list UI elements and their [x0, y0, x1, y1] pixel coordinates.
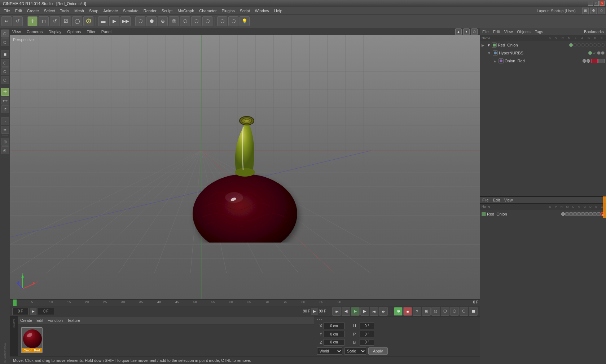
attr-sq-8[interactable] — [593, 212, 597, 216]
left-tb-scale[interactable]: ⟺ — [1, 97, 9, 105]
attr-sq-5[interactable] — [581, 212, 585, 216]
attr-sq-6[interactable] — [585, 212, 589, 216]
tl-motion-icon2[interactable]: ⬡ — [450, 307, 459, 316]
render-region[interactable]: ▬ — [98, 16, 108, 26]
vh-options[interactable]: Options — [67, 30, 81, 34]
left-tb-brush[interactable]: ◎ — [1, 146, 9, 154]
attr-sq-2[interactable] — [569, 212, 573, 216]
menu-mograph[interactable]: MoGraph — [175, 8, 196, 14]
left-tb-move[interactable]: ✛ — [1, 88, 9, 96]
obj-dot-visible-1[interactable] — [569, 43, 573, 47]
attr-file[interactable]: File — [482, 198, 489, 202]
menu-sculpt[interactable]: Sculpt — [159, 8, 175, 14]
camera-object[interactable]: ⬡ — [228, 16, 238, 26]
tl-help[interactable]: ? — [413, 307, 421, 316]
primitive-cube[interactable]: ⬡ — [135, 16, 145, 26]
left-tb-curve[interactable]: ~ — [1, 117, 9, 125]
obj-dot-2[interactable] — [573, 43, 577, 47]
left-tb-edge-mode[interactable]: ⬡ — [1, 59, 9, 67]
menu-animate[interactable]: Animate — [101, 8, 120, 14]
tl-prev-frame[interactable]: ◀ — [342, 307, 350, 316]
tl-motion-icon3[interactable]: ⬡ — [460, 307, 468, 316]
left-tb-grid[interactable]: ⊞ — [1, 138, 9, 146]
mat-edit[interactable]: Edit — [36, 318, 43, 323]
viewport-btn-1[interactable]: ▲ — [455, 28, 462, 35]
vh-cameras[interactable]: Cameras — [27, 30, 43, 34]
start-frame-input[interactable] — [38, 308, 54, 315]
undo-button[interactable]: ↩ — [1, 16, 12, 26]
p-rotation-input[interactable] — [360, 331, 374, 337]
obj-dot-5[interactable] — [585, 43, 589, 47]
vh-filter[interactable]: Filter — [87, 30, 95, 34]
material-swatch-onion-red[interactable]: Onion_Red — [21, 327, 43, 353]
layout-icon-3[interactable]: ☆ — [598, 8, 605, 14]
left-tb-btn-scene[interactable]: ⬡ — [1, 30, 9, 37]
light-object[interactable]: 💡 — [240, 16, 250, 26]
menu-edit[interactable]: Edit — [13, 8, 24, 14]
obj-edit[interactable]: Edit — [493, 30, 500, 34]
menu-character[interactable]: Character — [197, 8, 219, 14]
obj-file[interactable]: File — [482, 30, 489, 34]
end-frame-btn[interactable]: ▶ — [311, 308, 318, 315]
menu-tools[interactable]: Tools — [58, 8, 71, 14]
y-position-input[interactable] — [324, 331, 344, 337]
obj-row-hypernurbs[interactable]: ▼ HyperNURBS ✓ — [480, 49, 606, 57]
obj-row-onion-red[interactable]: ▲ Onion_Red — [480, 57, 606, 65]
scale-dropdown[interactable]: Scale Size — [344, 347, 366, 355]
obj-tag-2[interactable] — [598, 59, 605, 63]
obj-view[interactable]: View — [504, 30, 513, 34]
layout-icon-2[interactable]: ⚙ — [590, 8, 597, 14]
menu-mesh[interactable]: Mesh — [72, 8, 86, 14]
menu-window[interactable]: Window — [253, 8, 271, 14]
obj-tags[interactable]: Tags — [535, 30, 543, 34]
right-scroll-tab[interactable] — [603, 196, 606, 218]
vh-display[interactable]: Display — [48, 30, 61, 34]
tl-record[interactable]: ⏭ — [379, 307, 388, 316]
menu-help[interactable]: Help — [272, 8, 285, 14]
left-tb-rotate[interactable]: ↺ — [1, 105, 9, 113]
timeline-playhead[interactable] — [13, 299, 17, 306]
obj-dot-3[interactable] — [577, 43, 581, 47]
obj-dot-o-1[interactable] — [583, 59, 586, 63]
attr-row-red-onion[interactable]: Red_Onion ✕ — [480, 210, 606, 218]
minimize-button[interactable]: _ — [588, 1, 593, 6]
render-all[interactable]: ▶▶ — [120, 16, 131, 26]
menu-script[interactable]: Script — [238, 8, 252, 14]
tl-motion-path[interactable]: ⊞ — [422, 307, 431, 316]
mode-rotate[interactable]: ↺ — [50, 16, 60, 26]
attr-sq-7[interactable] — [589, 212, 593, 216]
apply-button[interactable]: Apply — [368, 347, 388, 355]
frame-input-arrow[interactable]: ▶ — [30, 308, 36, 315]
obj-dot-h-1[interactable] — [588, 51, 592, 55]
tl-play[interactable]: ▶ — [351, 307, 360, 316]
maximize-button[interactable]: □ — [594, 1, 599, 6]
h-rotation-input[interactable] — [360, 323, 374, 329]
obj-bookmarks[interactable]: Bookmarks — [584, 30, 604, 34]
tl-key-mode[interactable]: ⊕ — [394, 307, 403, 316]
tl-goto-end[interactable]: ⏭ — [370, 307, 378, 316]
tl-stop[interactable]: ■ — [403, 307, 412, 316]
menu-snap[interactable]: Snap — [87, 8, 101, 14]
left-tb-poly-mode[interactable]: ⬡ — [1, 76, 9, 84]
layout-icon-1[interactable]: ⊞ — [582, 8, 589, 14]
obj-dot-4[interactable] — [581, 43, 585, 47]
left-tb-model-mode[interactable]: ◼ — [1, 50, 9, 58]
mograph-cloner[interactable]: ⦿ — [169, 16, 179, 26]
viewport-btn-2[interactable]: ▼ — [463, 28, 470, 35]
world-dropdown[interactable]: World Object — [317, 347, 342, 355]
obj-mat-tag[interactable] — [591, 59, 598, 63]
render-current[interactable]: ▶ — [109, 16, 119, 26]
b-rotation-input[interactable] — [360, 339, 374, 346]
left-tb-btn-select[interactable]: ⬡ — [1, 38, 9, 46]
tool-3[interactable]: ⬡ — [202, 16, 212, 26]
menu-select[interactable]: Select — [42, 8, 57, 14]
mat-create[interactable]: Create — [20, 318, 32, 323]
obj-dot-9[interactable] — [601, 43, 605, 47]
mode-z[interactable]: Ⓩ — [83, 16, 93, 26]
mode-select[interactable]: ☑ — [61, 16, 71, 26]
mode-circle[interactable]: ◯ — [72, 16, 82, 26]
tl-motion-type[interactable]: ⬡ — [441, 307, 449, 316]
attr-sq-3[interactable] — [573, 212, 577, 216]
vh-panel[interactable]: Panel — [101, 30, 111, 34]
menu-file[interactable]: File — [1, 8, 12, 14]
